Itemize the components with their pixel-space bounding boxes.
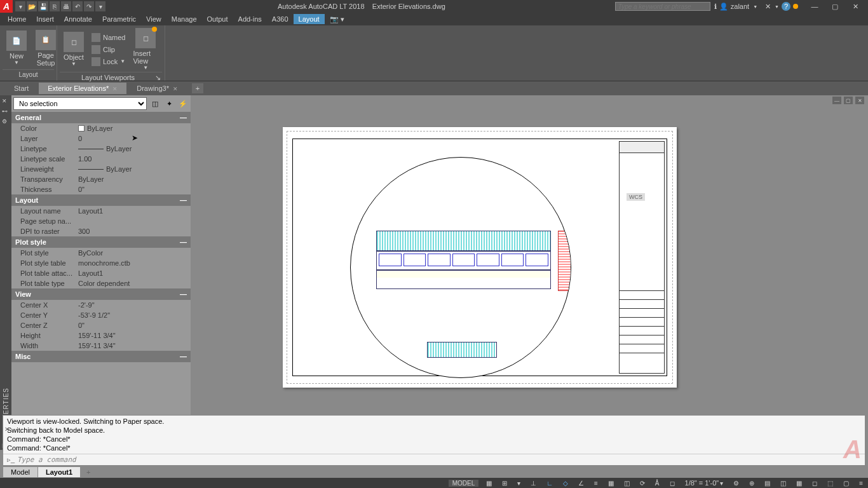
camera-dropdown[interactable]: 📷 ▾ <box>325 14 349 25</box>
prop-row[interactable]: Plot table typeColor dependent <box>11 278 191 288</box>
qat-saveas-icon[interactable]: ⎘ <box>50 1 60 11</box>
prop-row[interactable]: DPI to raster300 <box>11 226 191 236</box>
menu-annotate[interactable]: Annotate <box>59 14 97 24</box>
drawing-canvas[interactable]: — ▢ ✕ <box>191 95 868 450</box>
prop-row[interactable]: Width159'-11 3/4" <box>11 341 191 351</box>
infocenter-icon[interactable]: ℹ <box>714 3 717 11</box>
exchange-icon[interactable]: ✕ <box>765 3 771 11</box>
lineweight-toggle-icon[interactable]: ≡ <box>592 480 600 487</box>
menu-add-ins[interactable]: Add-ins <box>233 14 267 24</box>
prop-row[interactable]: Height159'-11 3/4" <box>11 330 191 341</box>
transparency-toggle-icon[interactable]: ▦ <box>606 480 616 487</box>
menu-layout[interactable]: Layout <box>294 14 325 24</box>
prop-row[interactable]: Center Y-53'-9 1/2" <box>11 310 191 320</box>
prop-row[interactable]: Linetype ByLayer <box>11 144 191 154</box>
page-setup-button[interactable]: 📋 Page Setup <box>32 27 60 69</box>
prop-row[interactable]: Color ByLayer <box>11 123 191 133</box>
selection-dropdown[interactable]: No selection <box>13 97 147 110</box>
prop-row[interactable]: Plot styleByColor <box>11 248 191 258</box>
insert-view-button[interactable]: ◻ Insert View ▼ <box>129 27 162 72</box>
customize-icon[interactable]: ≡ <box>857 480 865 487</box>
menu-parametric[interactable]: Parametric <box>97 14 141 24</box>
units-icon[interactable]: ▤ <box>762 480 773 487</box>
hardware-icon[interactable]: ⬚ <box>825 480 836 487</box>
doc-tab[interactable]: Drawing3*✕ <box>128 83 187 94</box>
command-line-panel[interactable]: ✕ Viewport is view-locked. Switching to … <box>3 415 865 466</box>
menu-view[interactable]: View <box>141 14 166 24</box>
close-button[interactable]: ✕ <box>848 2 863 11</box>
polar-toggle-icon[interactable]: ∟ <box>544 480 555 487</box>
maximize-button[interactable]: ▢ <box>827 2 843 11</box>
viewport-maximize-icon[interactable]: ▢ <box>844 97 853 104</box>
new-tab-button[interactable]: + <box>192 83 203 93</box>
cleanscreen-icon[interactable]: ▢ <box>841 480 851 487</box>
doc-tab[interactable]: Exterior Elevations*✕ <box>39 83 126 94</box>
snap-toggle-icon[interactable]: ⊞ <box>499 480 510 487</box>
wcs-label[interactable]: WCS <box>627 193 645 201</box>
prop-row[interactable]: Center X-2'-9" <box>11 300 191 310</box>
lock-ui-icon[interactable]: ▦ <box>794 480 804 487</box>
add-layout-button[interactable]: + <box>83 468 94 476</box>
qat-open-icon[interactable]: 📂 <box>27 1 37 11</box>
quickprops-icon[interactable]: ◫ <box>778 480 789 487</box>
tab-close-icon[interactable]: ✕ <box>173 86 178 92</box>
prop-row[interactable]: Page setup na... <box>11 216 191 226</box>
prop-section-general[interactable]: General— <box>11 112 191 123</box>
app-logo[interactable]: A <box>0 0 13 13</box>
paper-space[interactable]: WCS <box>283 127 677 388</box>
select-objects-icon[interactable]: ✦ <box>163 98 175 109</box>
cycling-toggle-icon[interactable]: ◫ <box>621 480 632 487</box>
qat-undo-icon[interactable]: ↶ <box>72 1 83 11</box>
prop-row[interactable]: Center Z0" <box>11 320 191 330</box>
viewport-close-icon[interactable]: ✕ <box>855 97 864 104</box>
menu-insert[interactable]: Insert <box>31 14 59 24</box>
otrack-toggle-icon[interactable]: ∠ <box>576 480 587 487</box>
layout-tab-model[interactable]: Model <box>3 466 38 478</box>
prop-row[interactable]: TransparencyByLayer <box>11 174 191 184</box>
prop-row[interactable]: Layer0 <box>11 133 191 144</box>
menu-a360[interactable]: A360 <box>267 14 294 24</box>
prop-row[interactable]: Thickness0" <box>11 184 191 194</box>
new-layout-button[interactable]: 📄 New ▼ <box>3 27 31 69</box>
grid-toggle-icon[interactable]: ▦ <box>484 480 494 487</box>
viewport-minimize-icon[interactable]: — <box>832 97 841 104</box>
prop-row[interactable]: Plot table attac...Layout1 <box>11 268 191 278</box>
annovisibility-icon[interactable]: Å <box>653 480 662 487</box>
username[interactable]: zalant <box>731 3 749 10</box>
qat-more-icon[interactable]: ▾ <box>95 1 105 11</box>
osnap-toggle-icon[interactable]: ◇ <box>560 480 571 487</box>
menu-output[interactable]: Output <box>202 14 233 24</box>
workspace-icon[interactable]: ⚙ <box>731 480 742 487</box>
user-dropdown-icon[interactable]: ▼ <box>753 4 757 9</box>
lock-viewport-button[interactable]: Lock▼ <box>89 56 128 67</box>
user-icon[interactable]: 👤 <box>719 3 728 11</box>
prop-row[interactable]: Linetype scale1.00 <box>11 154 191 164</box>
isolate-icon[interactable]: ◻ <box>810 480 820 487</box>
prop-row[interactable]: Layout nameLayout1 <box>11 206 191 216</box>
scale-display[interactable]: 1/8" = 1'-0" ▾ <box>682 479 726 487</box>
annoscale-icon[interactable]: ⟳ <box>637 480 648 487</box>
layout-tab-layout1[interactable]: Layout1 <box>37 466 81 478</box>
cmdline-close-icon[interactable]: ✕ <box>4 426 10 433</box>
named-viewport-button[interactable]: Named <box>89 32 128 43</box>
tab-close-icon[interactable]: ✕ <box>112 86 118 92</box>
prop-section-view[interactable]: View— <box>11 288 191 300</box>
prop-section-plot-style[interactable]: Plot style— <box>11 236 191 248</box>
ortho-toggle-icon[interactable]: ⊥ <box>528 480 539 487</box>
search-input[interactable] <box>615 2 710 11</box>
quick-select-icon[interactable]: ⚡ <box>177 98 189 109</box>
object-viewport-button[interactable]: ◻ Object ▼ <box>60 27 88 72</box>
help-icon[interactable]: ? <box>782 2 790 11</box>
doc-tab[interactable]: Start <box>5 83 37 94</box>
menu-manage[interactable]: Manage <box>166 14 202 24</box>
prop-section-layout[interactable]: Layout— <box>11 194 191 206</box>
prop-row[interactable]: Plot style tablemonochrome.ctb <box>11 258 191 268</box>
prop-row[interactable]: Lineweight ByLayer <box>11 164 191 174</box>
minimize-button[interactable]: — <box>807 2 822 11</box>
qat-save-icon[interactable]: 💾 <box>38 1 48 11</box>
snap-dropdown-icon[interactable]: ▾ <box>515 480 523 487</box>
qat-print-icon[interactable]: 🖶 <box>61 1 71 11</box>
automate-icon[interactable]: ◻ <box>667 480 677 487</box>
props-close-icon[interactable]: ✕ <box>2 98 10 105</box>
circular-viewport[interactable] <box>350 157 571 378</box>
